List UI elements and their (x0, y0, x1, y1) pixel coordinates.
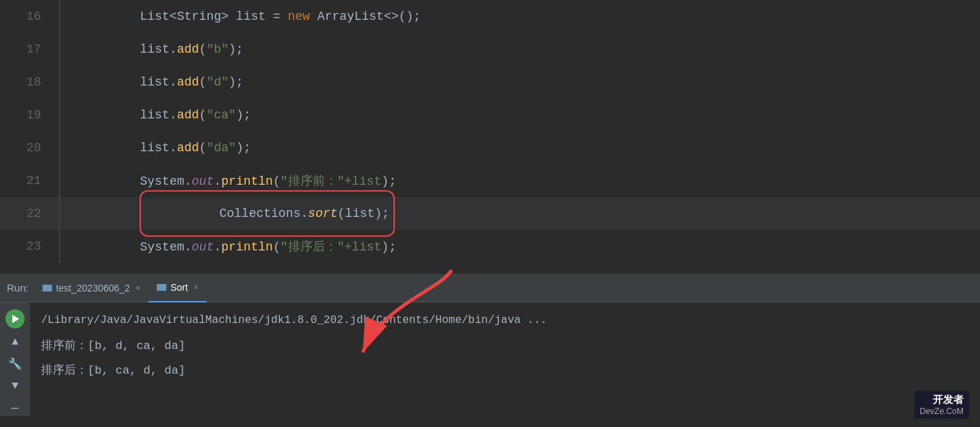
scroll-up-button[interactable]: ▲ (7, 334, 23, 350)
line-gutter-16 (55, 0, 60, 33)
line-gutter-18 (55, 66, 60, 99)
console-path-text: /Library/Java/JavaVirtualMachines/jdk1.8… (41, 314, 547, 326)
line-number-17: 17 (0, 42, 55, 56)
line-gutter-22 (55, 197, 60, 230)
tab-label-sort: Sort (170, 282, 188, 293)
watermark-line1: 开发者 (920, 393, 964, 406)
bottom-panel: Run: test_20230606_2 × Sort × ▲ 🔧 ▼ — (0, 274, 980, 416)
code-editor: 16 List<String> list = new ArrayList<>()… (0, 0, 980, 274)
line-gutter-19 (55, 99, 60, 131)
console-sidebar: ▲ 🔧 ▼ — (0, 302, 30, 416)
tab-icon-sort (157, 284, 166, 291)
console-line-2: 排序前：[b, d, ca, da] (41, 333, 969, 357)
run-button[interactable] (5, 309, 25, 328)
line-number-18: 18 (0, 75, 55, 89)
scroll-down-button[interactable]: ▼ (7, 378, 23, 394)
watermark: 开发者 DevZe.CoM (914, 391, 969, 419)
tab-close-sort[interactable]: × (194, 283, 198, 292)
console-after-sort: 排序后：[b, ca, d, da] (41, 362, 185, 378)
line-number-21: 21 (0, 174, 55, 187)
tab-close-test[interactable]: × (136, 283, 140, 293)
console-output: /Library/Java/JavaVirtualMachines/jdk1.8… (30, 302, 980, 416)
line-number-23: 23 (0, 240, 55, 253)
minimize-button[interactable]: — (7, 400, 23, 416)
watermark-line2: DevZe.CoM (920, 406, 964, 416)
line-number-22: 22 (0, 207, 55, 220)
line-gutter-21 (55, 164, 60, 197)
console-line-1: /Library/Java/JavaVirtualMachines/jdk1.8… (41, 308, 969, 333)
console-before-sort: 排序前：[b, d, ca, da] (41, 337, 185, 353)
code-line-18: 18 list.add("d"); (0, 66, 980, 99)
tab-label-test: test_20230606_2 (56, 283, 130, 294)
line-number-16: 16 (0, 10, 55, 23)
line-number-20: 20 (0, 141, 55, 155)
tabs-bar: Run: test_20230606_2 × Sort × (0, 274, 980, 302)
console-line-3: 排序后：[b, ca, d, da] (41, 357, 969, 382)
line-gutter-23 (55, 230, 60, 263)
line-gutter-17 (55, 33, 60, 66)
wrench-button[interactable]: 🔧 (7, 356, 23, 372)
tab-sort[interactable]: Sort × (149, 274, 207, 302)
tab-icon-test (42, 285, 52, 292)
line-number-19: 19 (0, 108, 55, 122)
line-content-23: System.out.println("排序后："+list); (81, 224, 396, 268)
tab-test-20230606-2[interactable]: test_20230606_2 × (34, 274, 149, 302)
code-line-23: 23 System.out.println("排序后："+list); (0, 230, 980, 263)
line-gutter-20 (55, 131, 60, 164)
run-label: Run: (7, 282, 29, 294)
console-area: ▲ 🔧 ▼ — /Library/Java/JavaVirtualMachine… (0, 302, 980, 416)
code-line-16: 16 List<String> list = new ArrayList<>()… (0, 0, 980, 33)
code-line-19: 19 list.add("ca"); (0, 99, 980, 131)
code-line-17: 17 list.add("b"); (0, 33, 980, 66)
